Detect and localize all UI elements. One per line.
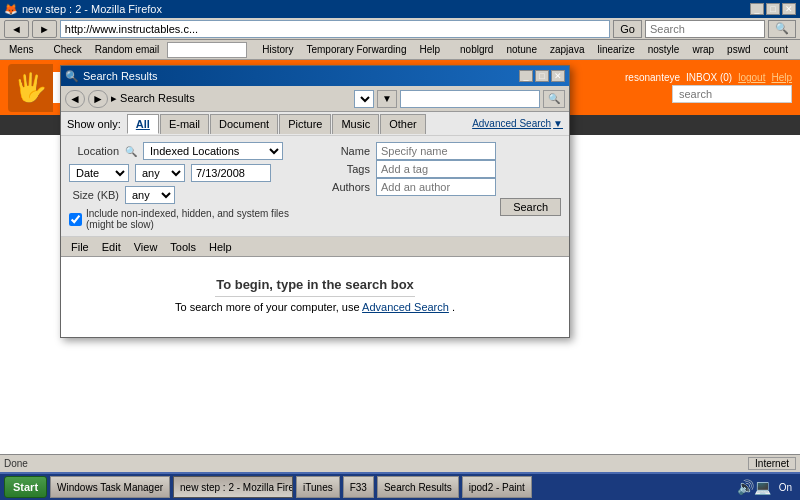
- status-right: Internet: [748, 457, 796, 470]
- menu-tools[interactable]: Tools: [164, 240, 202, 254]
- logout-link[interactable]: logout: [738, 72, 765, 83]
- bookmark-bar: Mens Check Random email History Temporar…: [0, 40, 800, 60]
- tags-row: Tags: [320, 160, 561, 178]
- taskbar-item-ipod[interactable]: ipod2 - Paint: [462, 476, 532, 498]
- taskbar-item-itunes[interactable]: iTunes: [296, 476, 340, 498]
- username: resonanteye: [625, 72, 680, 83]
- bm-nostyle[interactable]: nostyle: [643, 42, 685, 57]
- size-any-select[interactable]: any: [125, 186, 175, 204]
- menu-file[interactable]: File: [65, 240, 95, 254]
- authors-label: Authors: [320, 181, 370, 193]
- search-btn-row: Search: [320, 198, 561, 216]
- size-row: Size (KB) any: [69, 186, 310, 204]
- forward-button[interactable]: ►: [32, 20, 57, 38]
- chevron-down-icon: ▼: [553, 118, 563, 129]
- search-button[interactable]: Search: [500, 198, 561, 216]
- dialog-menu-bar: File Edit View Tools Help: [61, 237, 569, 257]
- bm-count[interactable]: count: [758, 42, 792, 57]
- help-link[interactable]: Help: [771, 72, 792, 83]
- bm-pswd[interactable]: pswd: [722, 42, 755, 57]
- form-right-col: Name Tags Authors Search: [320, 142, 561, 230]
- window-title: new step : 2 - Mozilla Firefox: [22, 3, 162, 15]
- advanced-search-text: Advanced Search: [472, 118, 551, 129]
- dialog-win-buttons: _ □ ✕: [519, 70, 565, 82]
- show-only-bar: Show only: All E-mail Document Picture M…: [61, 112, 569, 136]
- tab-picture[interactable]: Picture: [279, 114, 331, 134]
- date-input[interactable]: [191, 164, 271, 182]
- date-any-select[interactable]: any: [135, 164, 185, 182]
- dialog-back-button[interactable]: ◄: [65, 90, 85, 108]
- taskbar-item-search[interactable]: Search Results: [377, 476, 459, 498]
- menu-help[interactable]: Help: [414, 42, 445, 57]
- advanced-search-link[interactable]: Advanced Search ▼: [472, 118, 563, 129]
- form-columns: Location 🔍 Indexed Locations Date an: [69, 142, 561, 230]
- name-row: Name: [320, 142, 561, 160]
- include-nonindexed-checkbox[interactable]: [69, 213, 82, 226]
- dialog-search-go-button[interactable]: 🔍: [543, 90, 565, 108]
- authors-input[interactable]: [376, 178, 496, 196]
- dialog-close-button[interactable]: ✕: [551, 70, 565, 82]
- location-label: Location: [69, 145, 119, 157]
- bm-noblgrd[interactable]: noblgrd: [455, 42, 498, 57]
- tab-other[interactable]: Other: [380, 114, 426, 134]
- site-search-input[interactable]: [672, 85, 792, 103]
- dialog-location-dropdown[interactable]: ▼: [354, 90, 374, 108]
- dialog-toolbar: ◄ ► ▸ Search Results ▼ ▼ 🔍: [61, 86, 569, 112]
- bm-wrap[interactable]: wrap: [687, 42, 719, 57]
- logo-hand-bg: 🖐: [8, 64, 53, 112]
- address-bar[interactable]: [60, 20, 611, 38]
- bm-linearize[interactable]: linearize: [592, 42, 639, 57]
- show-only-label: Show only:: [67, 118, 121, 130]
- menu-view[interactable]: View: [128, 240, 164, 254]
- sub-text: To search more of your computer, use Adv…: [81, 301, 549, 313]
- menu-temp-forwarding[interactable]: Temporary Forwarding: [301, 42, 411, 57]
- system-clock: On: [775, 480, 796, 495]
- bm-zapjava[interactable]: zapjava: [545, 42, 589, 57]
- dialog-maximize-button[interactable]: □: [535, 70, 549, 82]
- bm-notune[interactable]: notune: [501, 42, 542, 57]
- size-label: Size (KB): [69, 189, 119, 201]
- dialog-title-text: Search Results: [83, 70, 158, 82]
- tab-music[interactable]: Music: [332, 114, 379, 134]
- bm-invert[interactable]: invert: [796, 42, 800, 57]
- maximize-button[interactable]: □: [766, 3, 780, 15]
- dialog-forward-button[interactable]: ►: [88, 90, 108, 108]
- minimize-button[interactable]: _: [750, 3, 764, 15]
- date-select[interactable]: Date: [69, 164, 129, 182]
- menu-mens[interactable]: Mens: [4, 42, 38, 57]
- location-select[interactable]: Indexed Locations: [143, 142, 283, 160]
- dialog-recent-btn[interactable]: ▼: [377, 90, 397, 108]
- taskbar-item-f33[interactable]: F33: [343, 476, 374, 498]
- tab-all[interactable]: All: [127, 114, 159, 134]
- go-button[interactable]: Go: [613, 20, 642, 38]
- back-button[interactable]: ◄: [4, 20, 29, 38]
- menu-history[interactable]: History: [257, 42, 298, 57]
- sub-end: .: [452, 301, 455, 313]
- taskbar: Start Windows Task Manager new step : 2 …: [0, 472, 800, 500]
- taskbar-item-firefox[interactable]: new step : 2 - Mozilla Fire...: [173, 476, 293, 498]
- dialog-search-input[interactable]: [400, 90, 540, 108]
- tab-document[interactable]: Document: [210, 114, 278, 134]
- form-left-col: Location 🔍 Indexed Locations Date an: [69, 142, 310, 230]
- menu-edit[interactable]: Edit: [96, 240, 127, 254]
- menu-check[interactable]: Check: [48, 42, 86, 57]
- tab-email[interactable]: E-mail: [160, 114, 209, 134]
- dialog-main-content: To begin, type in the search box To sear…: [61, 257, 569, 337]
- advanced-search-link-inline[interactable]: Advanced Search: [362, 301, 449, 313]
- dialog-minimize-button[interactable]: _: [519, 70, 533, 82]
- menu-help-dialog[interactable]: Help: [203, 240, 238, 254]
- inbox-count: INBOX (0): [686, 72, 732, 83]
- location-row: Location 🔍 Indexed Locations: [69, 142, 310, 160]
- taskbar-item-task-manager[interactable]: Windows Task Manager: [50, 476, 170, 498]
- start-button[interactable]: Start: [4, 476, 47, 498]
- close-button[interactable]: ✕: [782, 3, 796, 15]
- browser-search-input[interactable]: [645, 20, 765, 38]
- browser-search-button[interactable]: 🔍: [768, 20, 796, 38]
- menu-random-email[interactable]: Random email: [90, 42, 164, 57]
- search-results-dialog: 🔍 Search Results _ □ ✕ ◄ ► ▸ Search Resu…: [60, 65, 570, 338]
- dialog-title-left: 🔍 Search Results: [65, 70, 158, 83]
- tags-input[interactable]: [376, 160, 496, 178]
- email-input[interactable]: [167, 42, 247, 58]
- dialog-title-bar: 🔍 Search Results _ □ ✕: [61, 66, 569, 86]
- name-input[interactable]: [376, 142, 496, 160]
